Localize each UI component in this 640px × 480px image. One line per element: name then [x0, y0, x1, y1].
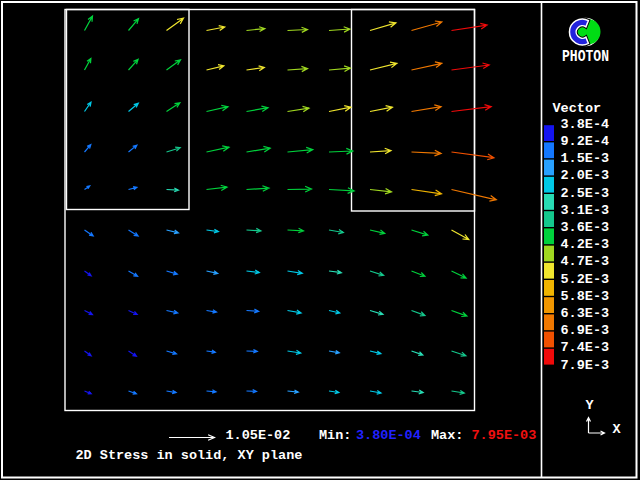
svg-text:2.5E-3: 2.5E-3 [561, 186, 610, 201]
svg-text:6.3E-3: 6.3E-3 [561, 306, 610, 321]
svg-text:6.9E-3: 6.9E-3 [561, 323, 610, 338]
svg-text:4.7E-3: 4.7E-3 [561, 254, 610, 269]
svg-text:9.2E-4: 9.2E-4 [561, 134, 610, 149]
svg-text:7.4E-3: 7.4E-3 [561, 340, 610, 355]
svg-text:3.80E-04: 3.80E-04 [356, 428, 421, 443]
svg-text:7.9E-3: 7.9E-3 [561, 358, 610, 373]
svg-text:2.0E-3: 2.0E-3 [561, 168, 610, 183]
svg-text:3.6E-3: 3.6E-3 [561, 220, 610, 235]
svg-text:1.05E-02: 1.05E-02 [226, 428, 291, 443]
svg-text:Max:: Max: [431, 428, 463, 443]
svg-text:7.95E-03: 7.95E-03 [472, 428, 537, 443]
svg-text:1.5E-3: 1.5E-3 [561, 151, 610, 166]
svg-text:Y: Y [586, 398, 595, 413]
svg-text:3.1E-3: 3.1E-3 [561, 203, 610, 218]
svg-text:4.2E-3: 4.2E-3 [561, 237, 610, 252]
svg-text:X: X [613, 422, 622, 437]
svg-text:2D Stress in solid, XY plane: 2D Stress in solid, XY plane [76, 448, 303, 463]
svg-text:5.8E-3: 5.8E-3 [561, 289, 610, 304]
svg-text:5.2E-3: 5.2E-3 [561, 272, 610, 287]
svg-text:Vector: Vector [553, 101, 602, 116]
svg-text:3.8E-4: 3.8E-4 [561, 117, 610, 132]
svg-text:PHOTON: PHOTON [562, 48, 609, 66]
svg-text:Min:: Min: [319, 428, 351, 443]
